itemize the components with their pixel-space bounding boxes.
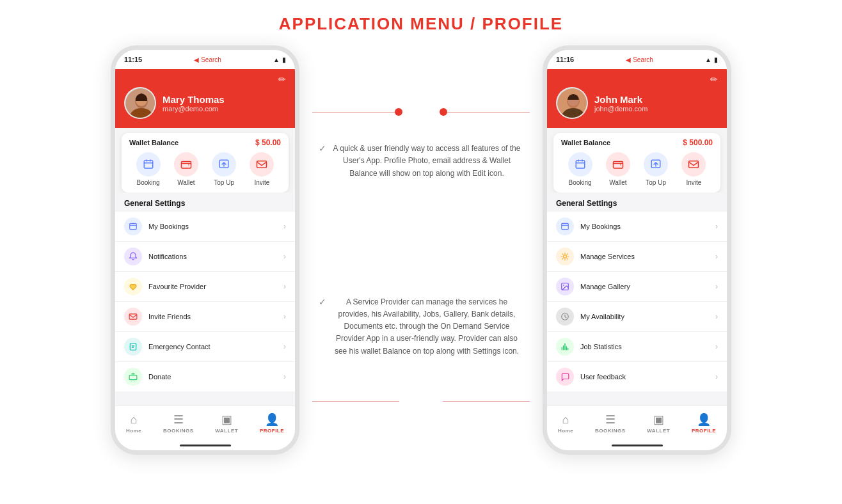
menu-item-user-feedback-right[interactable]: User feedback › xyxy=(547,362,727,391)
nav-home-left[interactable]: ⌂ Home xyxy=(126,413,141,434)
home-indicator-right xyxy=(547,440,727,450)
qa-wallet-right[interactable]: Wallet xyxy=(606,152,630,186)
menu-label-job-stats-right: Job Statistics xyxy=(580,343,715,350)
edit-icon-right[interactable]: ✏ xyxy=(710,74,718,84)
wallet-label-right: Wallet Balance xyxy=(561,139,610,146)
nav-profile-label-right: PROFILE xyxy=(692,428,716,434)
menu-item-availability-right[interactable]: My Availability › xyxy=(547,302,727,332)
qa-booking-right[interactable]: Booking xyxy=(568,152,592,186)
svg-rect-24 xyxy=(689,161,699,168)
chevron-notifications-left: › xyxy=(283,252,286,261)
nav-bookings-left[interactable]: ☰ BOOKINGS xyxy=(163,413,194,434)
menu-label-favourite-left: Favourite Provider xyxy=(148,283,283,290)
bookings-icon-right: ☰ xyxy=(605,413,616,427)
menu-item-donate-left[interactable]: Donate › xyxy=(115,362,295,391)
svg-rect-10 xyxy=(257,161,267,168)
nav-wallet-left[interactable]: ▣ WALLET xyxy=(215,413,238,434)
wallet-icon-left: ▣ xyxy=(221,413,232,427)
bottom-nav-left: ⌂ Home ☰ BOOKINGS ▣ WALLET 👤 PROFILE xyxy=(115,406,295,440)
bookings-icon-left: ☰ xyxy=(173,413,184,427)
status-icons-left: ▲ ▮ xyxy=(273,56,286,63)
nav-bookings-label-right: BOOKINGS xyxy=(595,428,626,434)
quick-actions-left: Booking Wallet Top Up xyxy=(129,152,281,186)
chevron-manage-gallery-right: › xyxy=(715,282,718,291)
menu-item-job-stats-right[interactable]: Job Statistics › xyxy=(547,332,727,362)
nav-bookings-right[interactable]: ☰ BOOKINGS xyxy=(595,413,626,434)
nav-profile-right[interactable]: 👤 PROFILE xyxy=(692,413,716,434)
phones-row: 11:15 ◀ Search ▲ ▮ ✏ xyxy=(0,45,842,455)
menu-item-manage-gallery-right[interactable]: Manage Gallery › xyxy=(547,272,727,302)
section-title-left: General Settings xyxy=(115,193,295,212)
svg-rect-8 xyxy=(181,162,191,169)
menu-item-manage-services-right[interactable]: Manage Services › xyxy=(547,242,727,272)
wallet-amount-right: $ 500.00 xyxy=(683,138,713,147)
status-bar-right: 11:16 ◀ Search ▲ ▮ xyxy=(547,50,727,69)
qa-booking-left[interactable]: Booking xyxy=(136,152,161,186)
qa-booking-label-left: Booking xyxy=(137,179,160,186)
chevron-job-stats-right: › xyxy=(715,342,718,351)
middle-annotations: ✓ A quick & user friendly way to access … xyxy=(299,45,543,455)
phone-right: 11:16 ◀ Search ▲ ▮ ✏ xyxy=(543,45,731,455)
search-right: ◀ Search xyxy=(626,56,653,63)
menu-item-notifications-left[interactable]: Notifications › xyxy=(115,242,295,272)
home-icon-left: ⌂ xyxy=(131,413,138,427)
menu-item-my-bookings-left[interactable]: My Bookings › xyxy=(115,212,295,242)
menu-label-donate-left: Donate xyxy=(148,373,283,381)
svg-rect-22 xyxy=(613,162,623,169)
svg-point-29 xyxy=(563,285,564,286)
qa-invite-left[interactable]: Invite xyxy=(250,152,274,186)
wallet-card-right: Wallet Balance $ 500.00 Booking Wallet xyxy=(553,133,720,193)
annotation-1-text: A quick & user friendly way to access al… xyxy=(330,143,523,180)
user-name-right: John Mark xyxy=(594,94,647,105)
menu-list-right: My Bookings › Manage Services › Manage G… xyxy=(547,212,727,391)
annotation-2-text: A Service Provider can manage the servic… xyxy=(330,296,523,358)
qa-wallet-left[interactable]: Wallet xyxy=(174,152,198,186)
status-bar-left: 11:15 ◀ Search ▲ ▮ xyxy=(115,50,295,69)
menu-item-emergency-left[interactable]: Emergency Contact › xyxy=(115,332,295,362)
nav-wallet-right[interactable]: ▣ WALLET xyxy=(647,413,670,434)
profile-info-left: Mary Thomas mary@demo.com xyxy=(163,94,225,113)
chevron-favourite-left: › xyxy=(283,282,286,291)
qa-invite-right[interactable]: Invite xyxy=(681,152,706,186)
quick-actions-right: Booking Wallet Top Up xyxy=(561,152,713,186)
qa-wallet-label-left: Wallet xyxy=(177,179,195,186)
svg-rect-18 xyxy=(576,161,585,168)
nav-home-label-right: Home xyxy=(558,428,573,434)
svg-point-27 xyxy=(564,255,567,258)
nav-wallet-label-left: WALLET xyxy=(215,428,238,434)
wifi-icon-right: ▲ xyxy=(705,56,711,63)
home-indicator-left xyxy=(115,440,295,450)
profile-icon-left: 👤 xyxy=(265,413,279,427)
menu-item-my-bookings-right[interactable]: My Bookings › xyxy=(547,212,727,242)
profile-row-right: John Mark john@demo.com xyxy=(556,87,718,119)
nav-wallet-label-right: WALLET xyxy=(647,428,670,434)
profile-row-left: Mary Thomas mary@demo.com xyxy=(124,87,286,119)
chevron-availability-right: › xyxy=(715,312,718,321)
menu-label-emergency-left: Emergency Contact xyxy=(148,343,283,350)
page-title: APPLICATION MENU / PROFILE xyxy=(279,14,563,34)
profile-info-right: John Mark john@demo.com xyxy=(594,94,647,113)
avatar-right xyxy=(556,87,588,119)
menu-label-invite-left: Invite Friends xyxy=(148,313,283,320)
qa-invite-label-right: Invite xyxy=(686,179,701,186)
svg-rect-4 xyxy=(144,161,153,168)
phone-header-left: ✏ Mary Thomas mary@demo.com xyxy=(115,69,295,128)
section-title-right: General Settings xyxy=(547,193,727,212)
menu-item-invite-left[interactable]: Invite Friends › xyxy=(115,302,295,332)
chevron-emergency-left: › xyxy=(283,342,286,351)
qa-topup-left[interactable]: Top Up xyxy=(212,152,236,186)
time-right: 11:16 xyxy=(556,56,574,63)
status-icons-right: ▲ ▮ xyxy=(705,56,718,63)
qa-wallet-label-right: Wallet xyxy=(609,179,626,186)
nav-home-label-left: Home xyxy=(126,428,141,434)
svg-rect-13 xyxy=(129,314,137,319)
annotation-2: ✓ A Service Provider can manage the serv… xyxy=(312,296,530,358)
nav-profile-left[interactable]: 👤 PROFILE xyxy=(260,413,284,434)
nav-home-right[interactable]: ⌂ Home xyxy=(558,413,573,434)
menu-item-favourite-left[interactable]: Favourite Provider › xyxy=(115,272,295,302)
phone-body-right: General Settings My Bookings › Manage Se… xyxy=(547,193,727,406)
avatar-left xyxy=(124,87,156,119)
edit-icon-left[interactable]: ✏ xyxy=(278,74,286,84)
qa-topup-right[interactable]: Top Up xyxy=(644,152,668,186)
wallet-amount-left: $ 50.00 xyxy=(255,138,281,147)
